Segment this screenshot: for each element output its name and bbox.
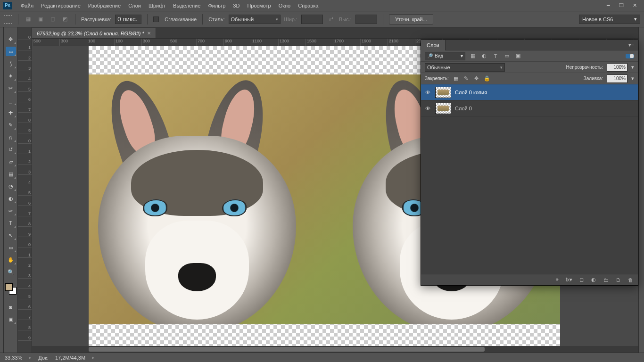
- doc-size-label: Док:: [38, 355, 49, 361]
- blur-tool[interactable]: ◔: [6, 181, 16, 191]
- tool-preset-icon[interactable]: [4, 15, 12, 24]
- lock-all-icon[interactable]: 🔒: [484, 75, 490, 82]
- layer-visibility-icon[interactable]: 👁: [424, 106, 431, 111]
- menu-layers[interactable]: Слои: [124, 1, 145, 10]
- window-minimize-button[interactable]: ━: [602, 1, 615, 10]
- move-tool[interactable]: ✥: [6, 34, 16, 44]
- zoom-level[interactable]: 33,33%: [5, 355, 22, 361]
- layer-row[interactable]: 👁Слой 0 копия: [421, 84, 638, 100]
- opacity-dropdown-icon[interactable]: ▾: [631, 64, 634, 70]
- selection-add-icon[interactable]: ▣: [36, 15, 45, 24]
- window-restore-button[interactable]: ❐: [615, 1, 628, 10]
- vruler-tick: 6: [18, 304, 32, 310]
- layer-mask-icon[interactable]: ◻: [578, 277, 585, 283]
- layer-thumbnail[interactable]: [435, 87, 451, 98]
- color-swatches[interactable]: [5, 283, 17, 295]
- refine-edge-button[interactable]: Уточн. край...: [389, 14, 433, 25]
- vruler-tick: 9: [18, 336, 32, 341]
- layer-row[interactable]: 👁Слой 0: [421, 100, 638, 116]
- shape-tool[interactable]: ▭: [6, 243, 16, 252]
- layer-thumbnail[interactable]: [435, 103, 451, 114]
- fill-input[interactable]: [607, 74, 627, 83]
- layer-name[interactable]: Слой 0 копия: [455, 90, 487, 95]
- lasso-tool[interactable]: ⟆: [6, 59, 16, 68]
- layer-kind-filter[interactable]: 🔎 Вид▾: [425, 52, 465, 60]
- new-layer-icon[interactable]: 🗋: [614, 277, 622, 283]
- eraser-tool[interactable]: ▱: [6, 157, 16, 166]
- filter-adjust-icon[interactable]: ◐: [480, 52, 488, 60]
- fill-dropdown-icon[interactable]: ▾: [631, 75, 634, 82]
- lock-position-icon[interactable]: ✥: [473, 75, 480, 82]
- panel-menu-icon[interactable]: ▾≡: [625, 42, 638, 48]
- filter-type-icon[interactable]: T: [492, 52, 499, 60]
- filter-toggle[interactable]: [626, 54, 634, 58]
- opacity-label: Непрозрачность:: [566, 65, 603, 70]
- brush-tool[interactable]: ✎: [6, 120, 16, 130]
- zoom-tool[interactable]: 🔍: [6, 267, 16, 277]
- close-tab-icon[interactable]: ✕: [147, 31, 151, 36]
- eyedropper-tool[interactable]: ⎯: [6, 96, 16, 105]
- blend-mode-select[interactable]: Обычные▾: [425, 63, 505, 72]
- style-select[interactable]: Обычный▾: [229, 15, 281, 24]
- menu-view[interactable]: Просмотр: [243, 1, 274, 10]
- layer-visibility-icon[interactable]: 👁: [424, 90, 431, 95]
- horizontal-scrollbar[interactable]: [32, 346, 638, 353]
- crop-tool[interactable]: ✂: [6, 83, 16, 93]
- quickmask-tool[interactable]: ◙: [6, 302, 16, 312]
- menu-filter[interactable]: Фильтр: [204, 1, 229, 10]
- document-tab[interactable]: 67932.jpg @ 33,3% (Слой 0 копия, RGB/8#)…: [32, 28, 156, 38]
- opacity-input[interactable]: [607, 63, 627, 72]
- lock-pixels-icon[interactable]: ✎: [463, 75, 470, 82]
- lock-transparent-icon[interactable]: ▦: [453, 75, 459, 82]
- selection-new-icon[interactable]: ▦: [24, 15, 33, 24]
- marquee-tool[interactable]: ▭: [6, 47, 16, 56]
- window-close-button[interactable]: ✕: [628, 1, 641, 10]
- menu-type[interactable]: Шрифт: [145, 1, 169, 10]
- magic-wand-tool[interactable]: ✶: [6, 71, 16, 81]
- menu-edit[interactable]: Редактирование: [37, 1, 84, 10]
- healing-tool[interactable]: ✚: [6, 108, 16, 117]
- document-tab-title: 67932.jpg @ 33,3% (Слой 0 копия, RGB/8#)…: [37, 31, 144, 36]
- layer-group-icon[interactable]: 🗀: [602, 277, 610, 283]
- screenmode-tool[interactable]: ▣: [6, 314, 16, 324]
- filter-shape-icon[interactable]: ▭: [503, 52, 511, 60]
- hruler-tick: 700: [196, 39, 205, 46]
- menu-image[interactable]: Изображение: [84, 1, 124, 10]
- filter-pixel-icon[interactable]: ▦: [469, 52, 477, 60]
- pen-tool[interactable]: ✑: [6, 206, 16, 215]
- selection-intersect-icon[interactable]: ◩: [61, 15, 69, 24]
- gradient-tool[interactable]: ▤: [6, 169, 16, 179]
- type-tool[interactable]: T: [6, 218, 16, 228]
- menu-select[interactable]: Выделение: [169, 1, 204, 10]
- hruler-tick: 100: [87, 39, 95, 46]
- layer-style-icon[interactable]: fx▾: [565, 277, 573, 283]
- menu-window[interactable]: Окно: [275, 1, 295, 10]
- delete-layer-icon[interactable]: 🗑: [627, 277, 634, 283]
- layers-panel-tab[interactable]: Слои: [421, 40, 446, 50]
- left-collapse-gutter[interactable]: [0, 27, 4, 353]
- vruler-tick: 7: [18, 211, 32, 216]
- foreground-swatch[interactable]: [5, 283, 13, 291]
- adjustment-layer-icon[interactable]: ◐: [590, 277, 597, 283]
- status-caret[interactable]: ▸: [92, 354, 95, 361]
- search-icon: 🔎: [427, 53, 433, 58]
- selection-subtract-icon[interactable]: ▢: [49, 15, 57, 24]
- menu-file[interactable]: Файл: [17, 1, 37, 10]
- filter-smart-icon[interactable]: ▣: [514, 52, 522, 60]
- stamp-tool[interactable]: ⎌: [6, 132, 16, 142]
- dodge-tool[interactable]: ◐: [6, 194, 16, 203]
- history-brush-tool[interactable]: ↺: [6, 145, 16, 154]
- menu-3d[interactable]: 3D: [229, 1, 243, 10]
- layer-name[interactable]: Слой 0: [455, 106, 472, 111]
- link-layers-icon[interactable]: ⚭: [553, 277, 561, 283]
- antialias-checkbox[interactable]: [153, 16, 159, 22]
- doc-size-value: 17,2M/44,3M: [55, 355, 85, 361]
- right-collapse-gutter[interactable]: [638, 27, 644, 353]
- path-select-tool[interactable]: ↖: [6, 230, 16, 240]
- vruler-tick: 3: [18, 170, 32, 175]
- workspace-select[interactable]: Новое в CS6▾: [579, 15, 640, 24]
- menu-help[interactable]: Справка: [294, 1, 322, 10]
- hand-tool[interactable]: ✋: [6, 255, 16, 264]
- feather-input[interactable]: [115, 15, 141, 24]
- hruler-tick: 1300: [278, 39, 289, 46]
